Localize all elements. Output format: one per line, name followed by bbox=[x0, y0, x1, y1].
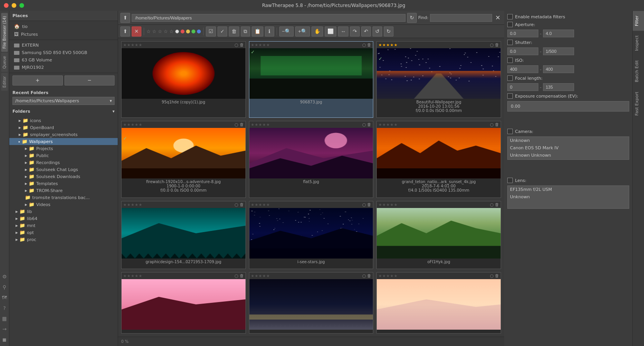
thumb-item-5[interactable]: ★ ★ ★ ★ ★ ○ 🗑 flat5.jpg bbox=[249, 121, 374, 197]
delete-icon[interactable]: 🗑 bbox=[495, 122, 499, 127]
place-pictures[interactable]: 🖼 Pictures bbox=[9, 30, 118, 38]
color-green-dot[interactable] bbox=[191, 30, 195, 33]
thumb-item-11[interactable]: ★ ★ ★ ★ ★ ○ 🗑 bbox=[249, 272, 374, 334]
folder-wallpapers[interactable]: ▸ 📁 Wallpapers bbox=[9, 138, 118, 145]
expand-arrow-icon[interactable]: ▶ bbox=[25, 189, 27, 192]
iso-min-input[interactable] bbox=[507, 65, 538, 73]
remove-place-button[interactable]: − bbox=[64, 75, 115, 86]
thumb-item-2[interactable]: ★ ★ ★ ★ ★ ○ 🗑 ✓ 906873.jpg bbox=[249, 41, 374, 118]
folder-icons[interactable]: ▶ 📁 icons bbox=[9, 117, 118, 124]
drive-mjro[interactable]: MJRO1902 bbox=[9, 64, 118, 71]
circle-icon[interactable]: ○ bbox=[490, 122, 494, 127]
folder-lib[interactable]: ▶ 📁 lib bbox=[9, 208, 118, 215]
square-icon[interactable]: ◼ bbox=[0, 335, 9, 344]
folder-soulseek-dl[interactable]: ▶ 📁 Soulseek Downloads bbox=[9, 173, 118, 180]
shutter-min-input[interactable] bbox=[507, 47, 538, 55]
refresh-button[interactable]: ↻ bbox=[407, 13, 417, 23]
expand-arrow-icon[interactable]: ▶ bbox=[25, 175, 27, 178]
expand-arrow-icon[interactable]: ▶ bbox=[25, 203, 27, 206]
rating-star-1[interactable]: ☆ bbox=[146, 29, 151, 34]
circle-icon[interactable]: ○ bbox=[362, 273, 366, 278]
tab-editor[interactable]: Editor bbox=[1, 73, 8, 91]
color-red-dot[interactable] bbox=[181, 30, 184, 33]
expand-arrow-icon[interactable]: ▶ bbox=[16, 231, 18, 234]
thumb-item-4[interactable]: ★ ★ ★ ★ ★ ○ 🗑 ✓ firewatch-1 bbox=[121, 121, 246, 197]
folder-videos[interactable]: ▶ 📁 Videos bbox=[9, 201, 118, 208]
circle-icon[interactable]: ○ bbox=[362, 122, 366, 127]
import-button[interactable]: ⬆ bbox=[120, 13, 130, 23]
focal-checkbox[interactable] bbox=[507, 75, 513, 81]
delete-icon[interactable]: 🗑 bbox=[495, 202, 499, 207]
expand-arrow-icon[interactable]: ▶ bbox=[16, 210, 18, 213]
camera-item-unknown2[interactable]: Unknown Unknown bbox=[508, 152, 629, 159]
drive-63gb[interactable]: 63 GB Volume bbox=[9, 56, 118, 64]
maximize-button[interactable] bbox=[19, 3, 24, 8]
lens-item-unknown[interactable]: Unknown bbox=[508, 193, 629, 201]
expand-arrow-icon[interactable]: ▶ bbox=[25, 147, 27, 150]
color-white-dot[interactable] bbox=[175, 30, 179, 33]
drive-extern[interactable]: EXTERN bbox=[9, 42, 118, 49]
circle-icon[interactable]: ○ bbox=[235, 122, 238, 127]
hand-button[interactable]: ✋ bbox=[312, 26, 323, 37]
recent-folder-dropdown[interactable]: /home/tio/Pictures/Wallpapers ▾ bbox=[12, 97, 115, 105]
delete-icon[interactable]: 🗑 bbox=[240, 122, 244, 127]
delete-icon[interactable]: 🗑 bbox=[367, 42, 371, 47]
place-tio[interactable]: 🏠 tio bbox=[9, 23, 118, 30]
circle-icon[interactable]: ○ bbox=[235, 202, 238, 207]
delete-icon[interactable]: 🗑 bbox=[495, 273, 499, 278]
circle-icon[interactable]: ○ bbox=[490, 202, 494, 207]
select-all-button[interactable]: ✓ bbox=[218, 26, 227, 37]
tab-inspect[interactable]: Inspect bbox=[633, 31, 644, 56]
folder-mnt[interactable]: ▶ 📁 mnt bbox=[9, 222, 118, 229]
expand-arrow-icon[interactable]: ▶ bbox=[16, 224, 18, 227]
thumb-item-9[interactable]: ★ ★ ★ ★ ★ ○ 🗑 oFI1Hyk.jpg bbox=[376, 201, 501, 269]
trash-button[interactable]: 🗑 bbox=[229, 26, 239, 37]
lens-checkbox[interactable] bbox=[507, 178, 513, 183]
delete-icon[interactable]: 🗑 bbox=[367, 202, 371, 207]
thumb-item-6[interactable]: ★ ★ ★ ★ ★ ○ 🗑 grand_teton_natio...ark bbox=[376, 121, 501, 197]
folder-recordings[interactable]: ▶ 📁 Recordings bbox=[9, 159, 118, 166]
expand-arrow-icon[interactable]: ▶ bbox=[19, 126, 21, 129]
copy-button[interactable]: ⧉ bbox=[241, 26, 250, 37]
tab-queue[interactable]: Queue bbox=[1, 53, 8, 72]
circle-icon[interactable]: ○ bbox=[235, 42, 238, 47]
grid-icon[interactable]: ▦ bbox=[0, 314, 9, 323]
sync-button[interactable]: ↻ bbox=[384, 26, 393, 37]
folder-trom-share[interactable]: ▶ 📁 TROM-Share bbox=[9, 187, 118, 194]
reset-button[interactable]: ↺ bbox=[372, 26, 382, 37]
rating-star-2[interactable]: ☆ bbox=[152, 29, 157, 34]
expand-arrow-icon[interactable]: ▶ bbox=[25, 182, 27, 185]
aperture-checkbox[interactable] bbox=[507, 22, 513, 27]
color-blue-dot[interactable] bbox=[197, 30, 201, 33]
tab-file-browser[interactable]: File Browser (14) bbox=[1, 13, 8, 52]
expand-arrow-icon[interactable]: ▶ bbox=[19, 119, 21, 122]
aperture-max-input[interactable] bbox=[543, 30, 574, 37]
help-icon[interactable]: ? bbox=[0, 304, 9, 312]
select-button[interactable]: ☑ bbox=[206, 26, 216, 37]
shutter-max-input[interactable] bbox=[543, 47, 574, 55]
delete-icon[interactable]: 🗑 bbox=[495, 42, 499, 47]
delete-button[interactable]: ✕ bbox=[132, 26, 141, 37]
folder-tromsite[interactable]: 📁 tromsite translations bac... bbox=[9, 194, 118, 201]
folder-opt[interactable]: ▶ 📁 opt bbox=[9, 229, 118, 236]
move-button[interactable]: 📋 bbox=[252, 26, 263, 37]
expand-arrow-icon[interactable]: ▶ bbox=[16, 217, 18, 220]
arrow-right-icon[interactable]: → bbox=[0, 325, 9, 333]
folder-projects[interactable]: ▶ 📁 Projects bbox=[9, 145, 118, 152]
find-close-button[interactable]: ✕ bbox=[494, 14, 502, 21]
drive-samsung[interactable]: Samsung SSD 850 EVO 500GB bbox=[9, 49, 118, 56]
zoom-in-button[interactable]: +🔍 bbox=[295, 26, 310, 37]
minimize-button[interactable] bbox=[12, 3, 16, 8]
shutter-checkbox[interactable] bbox=[507, 40, 513, 45]
circle-icon[interactable]: ○ bbox=[362, 42, 366, 47]
ev-checkbox[interactable] bbox=[507, 93, 513, 99]
expand-arrow-icon[interactable]: ▸ bbox=[19, 140, 20, 143]
expand-arrow-icon[interactable]: ▶ bbox=[25, 154, 27, 157]
path-input[interactable] bbox=[132, 14, 406, 22]
focal-min-input[interactable] bbox=[507, 83, 538, 91]
delete-icon[interactable]: 🗑 bbox=[367, 273, 371, 278]
circle-icon[interactable]: ○ bbox=[235, 273, 238, 278]
folder-templates[interactable]: ▶ 📁 Templates bbox=[9, 180, 118, 187]
tab-fast-export[interactable]: Fast Export bbox=[633, 87, 644, 121]
folder-lib64[interactable]: ▶ 📁 lib64 bbox=[9, 215, 118, 222]
